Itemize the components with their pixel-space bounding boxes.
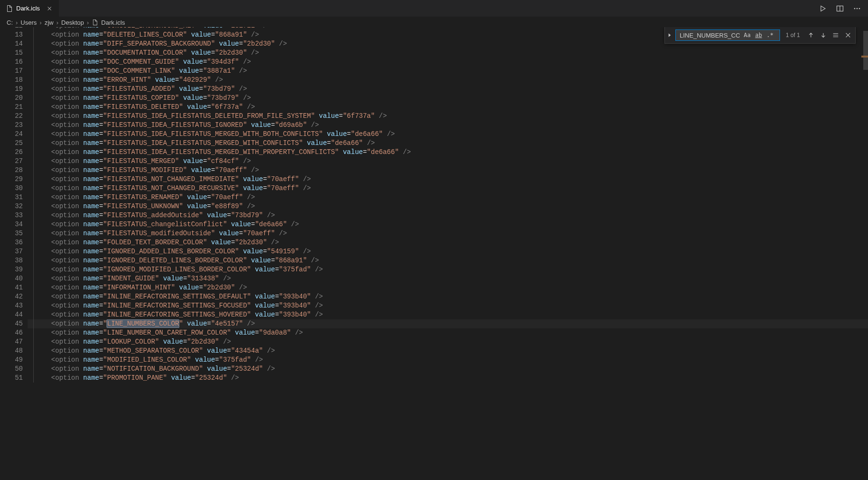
code-line[interactable]: <option name="INLINE_REFACTORING_SETTING… [28, 292, 868, 301]
code-line[interactable]: <option name="PROMOTION_PANE" value="253… [28, 374, 868, 383]
run-icon[interactable] [818, 3, 828, 14]
chevron-right-icon: › [39, 19, 42, 26]
code-line[interactable]: <option name="IGNORED_MODIFIED_LINES_BOR… [28, 265, 868, 274]
line-number: 43 [0, 301, 28, 310]
svg-point-3 [857, 8, 858, 9]
find-next-button[interactable] [818, 30, 829, 40]
find-input-wrap: Aa ab .* [675, 29, 780, 41]
breadcrumb[interactable]: C: › Users › zjw › Desktop › Dark.icls [0, 17, 868, 27]
code-line[interactable]: <option name="INDENT_GUIDE" value="31343… [28, 274, 868, 283]
code-line[interactable]: <option name="FILESTATUS_IDEA_FILESTATUS… [28, 139, 868, 148]
line-number: 49 [0, 355, 28, 365]
code-line[interactable]: <option name="LOOKUP_COLOR" value="2b2d3… [28, 337, 868, 346]
tab-label: Dark.icls [16, 5, 40, 12]
code-line[interactable]: <option name="DOCUMENTATION_COLOR" value… [28, 48, 868, 58]
code-line[interactable]: <option name="FILESTATUS_MODIFIED" value… [28, 166, 868, 175]
code-line[interactable]: <option name="DOC_COMMENT_LINK" value="3… [28, 67, 868, 76]
tab-dark-icls[interactable]: Dark.icls [0, 0, 59, 17]
match-case-toggle[interactable]: Aa [742, 30, 752, 40]
code-line[interactable]: <option name="FILESTATUS_NOT_CHANGED_REC… [28, 184, 868, 193]
chevron-right-icon: › [15, 19, 19, 26]
line-number: 23 [0, 121, 28, 130]
svg-point-2 [854, 8, 856, 9]
code-line[interactable]: <option name="FILESTATUS_IDEA_FILESTATUS… [28, 130, 868, 139]
code-line[interactable]: <option name="FILESTATUS_UNKNOWN" value=… [28, 202, 868, 211]
code-line[interactable]: <option name="INLINE_REFACTORING_SETTING… [28, 301, 868, 310]
breadcrumb-segment[interactable]: zjw [45, 19, 54, 26]
line-number: 28 [0, 166, 28, 175]
line-number: 39 [0, 265, 28, 274]
line-number: 19 [0, 85, 28, 94]
toggle-replace-button[interactable] [666, 29, 673, 42]
regex-toggle[interactable]: .* [765, 30, 775, 40]
code-line[interactable]: <option name="METHOD_SEPARATORS_COLOR" v… [28, 346, 868, 355]
find-prev-button[interactable] [806, 30, 816, 40]
line-number: 12 [0, 27, 28, 30]
breadcrumb-segment[interactable]: C: [7, 19, 13, 26]
code-line[interactable]: <option name="FILESTATUS_modifiedOutside… [28, 229, 868, 238]
line-number: 36 [0, 238, 28, 247]
code-line[interactable]: <option name="FILESTATUS_ADDED" value="7… [28, 85, 868, 94]
line-number: 24 [0, 130, 28, 139]
code-line[interactable]: <option name="ERROR_HINT" value="402929"… [28, 76, 868, 85]
line-number: 15 [0, 48, 28, 58]
line-number: 37 [0, 247, 28, 256]
tab-bar-spacer [59, 0, 815, 17]
line-number: 14 [0, 39, 28, 48]
breadcrumb-segment[interactable]: Desktop [61, 19, 84, 26]
find-in-selection-toggle[interactable] [830, 30, 841, 40]
line-number: 42 [0, 292, 28, 301]
close-find-button[interactable] [843, 30, 853, 40]
line-number: 31 [0, 193, 28, 202]
line-number: 26 [0, 148, 28, 157]
scrollbar-track[interactable] [861, 27, 868, 480]
code-line[interactable]: <option name="FOLDED_TEXT_BORDER_COLOR" … [28, 238, 868, 247]
match-whole-word-toggle[interactable]: ab [754, 30, 763, 40]
line-number: 27 [0, 157, 28, 166]
find-result-count: 1 of 1 [782, 31, 804, 40]
code-line[interactable]: <option name="MODIFIED_LINES_COLOR" valu… [28, 355, 868, 365]
code-line[interactable]: <option name="IGNORED_DELETED_LINES_BORD… [28, 256, 868, 265]
line-number: 41 [0, 283, 28, 292]
code-line[interactable]: <option name="DOC_COMMENT_GUIDE" value="… [28, 58, 868, 67]
code-line[interactable]: <option name="LINE_NUMBER_ON_CARET_ROW_C… [28, 328, 868, 337]
code-line[interactable]: <option name="FILESTATUS_IDEA_FILESTATUS… [28, 112, 868, 121]
code-line[interactable]: <option name="FILESTATUS_COPIED" value="… [28, 94, 868, 103]
code-content[interactable]: <option name="CONSOLE_BACKGROUND_KEY" va… [28, 27, 868, 383]
line-number: 20 [0, 94, 28, 103]
breadcrumb-segment[interactable]: Users [20, 19, 37, 26]
line-number: 33 [0, 211, 28, 220]
code-line[interactable]: <option name="FILESTATUS_RENAMED" value=… [28, 193, 868, 202]
code-line[interactable]: <option name="FILESTATUS_MERGED" value="… [28, 157, 868, 166]
code-line[interactable]: <option name="FILESTATUS_DELETED" value=… [28, 103, 868, 112]
more-actions-icon[interactable] [852, 3, 862, 14]
line-number: 40 [0, 274, 28, 283]
code-line[interactable]: <option name="IGNORED_ADDED_LINES_BORDER… [28, 247, 868, 256]
breadcrumb-file[interactable]: Dark.icls [101, 19, 125, 26]
find-input[interactable] [679, 31, 741, 39]
code-line[interactable]: <option name="FILESTATUS_IDEA_FILESTATUS… [28, 148, 868, 157]
line-number: 21 [0, 103, 28, 112]
split-editor-icon[interactable] [835, 3, 845, 14]
code-line[interactable]: <option name="INLINE_REFACTORING_SETTING… [28, 310, 868, 319]
line-number: 50 [0, 365, 28, 374]
close-tab-button[interactable] [45, 4, 54, 13]
code-line[interactable]: <option name="NOTIFICATION_BACKGROUND" v… [28, 365, 868, 374]
code-line[interactable]: <option name="FILESTATUS_IDEA_FILESTATUS… [28, 121, 868, 130]
code-line[interactable]: <option name="FILESTATUS_NOT_CHANGED_IMM… [28, 175, 868, 184]
code-editor[interactable]: Aa ab .* 1 of 1 121314151617181920212223… [0, 27, 868, 480]
line-number: 29 [0, 175, 28, 184]
code-line[interactable]: <option name="FILESTATUS_addedOutside" v… [28, 211, 868, 220]
scrollbar-thumb[interactable] [863, 31, 868, 70]
line-number: 17 [0, 67, 28, 76]
code-line[interactable]: <option name="INFORMATION_HINT" value="2… [28, 283, 868, 292]
line-number: 44 [0, 310, 28, 319]
line-number: 32 [0, 202, 28, 211]
line-number: 18 [0, 76, 28, 85]
line-number: 38 [0, 256, 28, 265]
editor-tab-bar: Dark.icls [0, 0, 868, 17]
code-line[interactable]: <option name="FILESTATUS_changelistConfl… [28, 220, 868, 229]
code-line[interactable]: <option name="LINE_NUMBERS_COLOR" value=… [28, 319, 868, 328]
line-number: 35 [0, 229, 28, 238]
line-number: 48 [0, 346, 28, 355]
